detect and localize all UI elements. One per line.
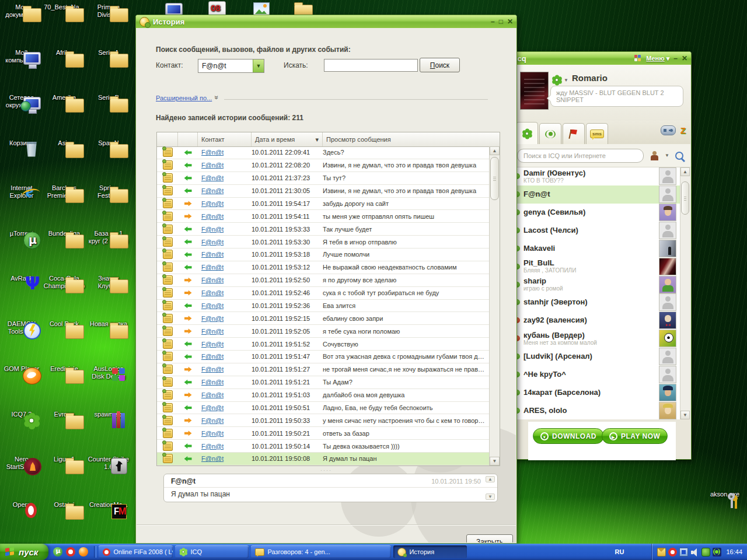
contact-list-item[interactable]: zay92 (валенсия): [513, 312, 690, 330]
preview-scroll-down-icon[interactable]: ▼: [486, 494, 495, 500]
desktop-icon[interactable]: Значки Клубов: [88, 275, 130, 290]
scroll-up-icon[interactable]: ▲: [490, 146, 500, 155]
zlango-icon[interactable]: Z: [680, 125, 686, 135]
table-row[interactable]: F@n@t10.01.2011 19:54:11ты меня уже отпр…: [157, 210, 490, 223]
clock[interactable]: 16:44: [726, 548, 742, 555]
contact-link[interactable]: F@n@t: [201, 404, 224, 411]
contact-list-item[interactable]: [Ludvik] (Арсенал): [513, 348, 690, 366]
contact-link[interactable]: F@n@t: [201, 455, 224, 462]
desktop-icon[interactable]: Serie A: [88, 49, 130, 57]
contact-link[interactable]: F@n@t: [201, 187, 224, 194]
column-datetime[interactable]: Дата и время▾: [252, 132, 323, 146]
table-row[interactable]: F@n@t10.01.2011 21:37:23Ты тут?: [157, 172, 490, 185]
contact-link[interactable]: F@n@t: [201, 379, 224, 386]
column-message[interactable]: Просмотр сообщения: [323, 132, 500, 146]
desktop-icon[interactable]: Internet Explorer: [1, 184, 43, 200]
contact-link[interactable]: F@n@t: [201, 251, 224, 258]
desktop-icon[interactable]: DAEMON Tools Lite: [1, 320, 43, 335]
desktop-icon[interactable]: 70_Best_Na...: [43, 4, 85, 11]
play-now-button[interactable]: ▶PLAY NOW: [602, 428, 668, 444]
desktop-icon[interactable]: Ostatni: [43, 501, 85, 509]
history-titlebar[interactable]: История – □ ✕: [136, 15, 516, 28]
chevron-down-icon[interactable]: ▼: [564, 78, 568, 83]
taskbar-button[interactable]: ICQ: [175, 545, 249, 558]
table-row[interactable]: F@n@t10.01.2011 19:53:12Не выражай свою …: [157, 261, 490, 274]
table-row[interactable]: F@n@t10.01.2011 19:51:21Ты Адам?: [157, 376, 490, 389]
contact-list-item[interactable]: Lacost (Челси): [513, 222, 690, 240]
contact-link[interactable]: F@n@t: [201, 391, 224, 398]
table-row[interactable]: F@n@t10.01.2011 19:52:36Ева злится: [157, 300, 490, 313]
opera-tray-icon[interactable]: [668, 548, 677, 556]
contact-list-item[interactable]: ^He kpyTo^: [513, 365, 690, 383]
minimize-icon[interactable]: –: [673, 55, 678, 62]
contact-link[interactable]: F@n@t: [201, 366, 224, 373]
table-row[interactable]: F@n@t10.01.2011 19:50:14Ты девка оказыва…: [157, 440, 490, 453]
contact-link[interactable]: F@n@t: [201, 239, 224, 246]
desktop-icon[interactable]: Asie: [43, 139, 85, 147]
desktop-icon[interactable]: Amerika: [43, 94, 85, 102]
gom-quicklaunch-icon[interactable]: [79, 547, 88, 556]
search-input[interactable]: Поиск в ICQ или Интернете: [517, 149, 644, 163]
desktop-icon[interactable]: Serie B: [88, 94, 130, 102]
contact-link[interactable]: F@n@t: [201, 264, 224, 271]
table-row[interactable]: F@n@t10.01.2011 19:52:50я по другому все…: [157, 274, 490, 287]
contact-link[interactable]: F@n@t: [201, 200, 224, 207]
table-row[interactable]: F@n@t10.01.2011 19:52:15ебалину свою зап…: [157, 312, 490, 325]
column-direction[interactable]: [178, 132, 198, 146]
scrollbar-thumb[interactable]: [681, 181, 689, 215]
contact-link[interactable]: F@n@t: [201, 328, 224, 335]
status-flower-icon[interactable]: [552, 75, 561, 85]
contact-list-item[interactable]: sharipиграю с ромой: [513, 275, 690, 293]
desktop-icon[interactable]: GOM Player: [1, 365, 43, 373]
contact-link[interactable]: F@n@t: [201, 443, 224, 450]
table-row[interactable]: F@n@t10.01.2011 19:50:33у меня сичас нет…: [157, 414, 490, 427]
column-icon[interactable]: [157, 132, 178, 146]
desktop-icon[interactable]: Coca-Cola Championship: [43, 275, 85, 290]
language-indicator[interactable]: RU: [610, 547, 629, 557]
contact-link[interactable]: F@n@t: [201, 417, 224, 424]
user-name[interactable]: Romario: [572, 73, 608, 83]
contact-combobox[interactable]: F@n@t ▼: [198, 59, 264, 73]
chevron-expand-icon[interactable]: »: [212, 96, 221, 100]
contact-list-item[interactable]: 14карат (Барселона): [513, 383, 690, 401]
history-scrollbar[interactable]: ▲ ▼: [489, 146, 500, 466]
desktop-icon[interactable]: Eredivisie: [43, 365, 85, 373]
search-input[interactable]: [324, 59, 418, 72]
contact-list-scrollbar[interactable]: ▲ ▼: [680, 167, 690, 419]
table-row[interactable]: F@n@t10.01.2011 19:50:21ответь за базар: [157, 427, 490, 440]
contact-list-item[interactable]: Makaveli: [513, 239, 690, 257]
desktop-icon[interactable]: Barclays Premiership: [43, 184, 85, 200]
desktop-icon[interactable]: Nero StartSmart: [1, 456, 43, 471]
table-row[interactable]: F@n@t10.01.2011 19:54:17забудь дорогу на…: [157, 198, 490, 211]
opera-quicklaunch-icon[interactable]: [66, 547, 75, 556]
desktop-icon[interactable]: Primera Division: [88, 4, 130, 19]
tab-contacts[interactable]: [516, 122, 538, 145]
close-button[interactable]: Закрыть: [466, 534, 513, 542]
contact-link[interactable]: F@n@t: [201, 162, 224, 169]
layout-grid-icon[interactable]: [634, 55, 642, 62]
column-contact[interactable]: Контакт: [198, 132, 252, 146]
icq-titlebar[interactable]: icq Меню ▾ – ✕: [512, 52, 691, 65]
scroll-down-icon[interactable]: ▼: [680, 411, 690, 419]
contact-link[interactable]: F@n@t: [201, 341, 224, 348]
shield-tray-icon[interactable]: [701, 548, 710, 556]
contact-link[interactable]: F@n@t: [201, 276, 224, 284]
net-tray-icon[interactable]: [679, 548, 688, 556]
advanced-search-link[interactable]: Расширенный по...: [156, 94, 212, 102]
desktop-icon[interactable]: SpawN: [88, 139, 130, 147]
desktop-icon[interactable]: AvRack: [1, 275, 43, 282]
table-row[interactable]: F@n@t10.01.2011 22:09:41Здесь?: [157, 146, 490, 159]
find-contact-icon[interactable]: [674, 150, 686, 161]
desktop-icon[interactable]: Cool Pack: [43, 320, 85, 328]
table-row[interactable]: F@n@t10.01.2011 19:50:08Я думал ты пацан: [157, 453, 490, 466]
contact-link[interactable]: F@n@t: [201, 353, 224, 360]
radio-tray-icon[interactable]: [713, 548, 721, 556]
contact-link[interactable]: F@n@t: [201, 213, 224, 220]
taskbar-button[interactable]: История: [393, 545, 467, 558]
desktop-icon[interactable]: µTorrent: [1, 230, 43, 237]
splitter-grip[interactable]: ····: [137, 467, 516, 473]
contact-link[interactable]: F@n@t: [201, 315, 224, 322]
contact-link[interactable]: F@n@t: [201, 289, 224, 296]
contact-link[interactable]: F@n@t: [201, 174, 224, 181]
contact-link[interactable]: F@n@t: [201, 302, 224, 309]
